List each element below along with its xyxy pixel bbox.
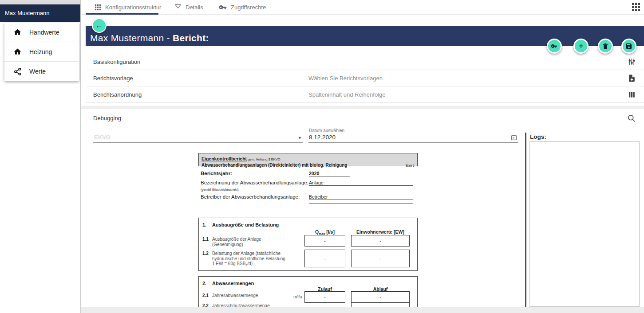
row-text: Ausbaugröße der Anlage(Genehmigung) <box>212 237 261 247</box>
key-icon <box>551 43 558 50</box>
date-field-label: Datum auswählen <box>309 128 344 133</box>
config-row-basiskonfiguration[interactable]: Basiskonfiguration <box>86 54 644 70</box>
logs-label: Logs: <box>530 133 546 140</box>
sidebar-user-header: Max Mustermann <box>0 4 80 22</box>
row-number: 1.1 <box>202 237 209 242</box>
section-title: Abwassermengen <box>212 281 254 286</box>
section-title: Ausbaugröße und Belastung <box>212 222 279 227</box>
home-icon <box>13 47 22 56</box>
row-number: 1.2 <box>202 251 209 256</box>
section-number: 1. <box>202 222 206 227</box>
field-value-anlage: Anlage <box>309 180 413 186</box>
sidebar: Max Mustermann Handwerte Heizung <box>0 0 81 313</box>
sidebar-item-handwerte[interactable]: Handwerte <box>4 23 79 42</box>
date-picker-field[interactable]: Datum auswählen 8.12.2020 <box>308 128 518 143</box>
search-icon[interactable] <box>627 114 636 123</box>
tab-label: Konfigurationsstruktur <box>105 4 161 11</box>
value-cell: - <box>351 250 410 267</box>
tab-zugriffsrechte[interactable]: Zugriffsrechte <box>219 0 266 14</box>
horizontal-scrollbar-track[interactable] <box>81 307 644 313</box>
vertical-divider <box>525 133 526 307</box>
value-cell: - <box>351 291 410 303</box>
tab-label: Details <box>186 4 203 11</box>
report-header-box: Eigenkontrollbericht gem. Anhang 3 EKVO … <box>198 153 418 166</box>
chevron-down-icon[interactable]: ▼ <box>298 136 302 140</box>
sidebar-item-label: Handwerte <box>29 29 59 36</box>
row-label: Berichtsanordnung <box>93 86 142 103</box>
row-text: Jahresabwassermenge <box>212 293 258 298</box>
save-icon <box>625 43 632 50</box>
back-button[interactable]: ← <box>92 18 107 33</box>
columns-icon[interactable] <box>628 90 636 99</box>
report-section-1: 1. Ausbaugröße und Belastung Qmax [l/s] … <box>198 218 418 271</box>
sidebar-item-label: Heizung <box>29 48 52 55</box>
unit-label: m³/a <box>281 294 302 299</box>
field-value-berichtsjahr: 2020 <box>309 171 350 176</box>
back-arrow-icon: ← <box>95 21 103 30</box>
section-divider <box>81 106 644 109</box>
tab-bar: Konfigurationsstruktur Details Zugriffsr… <box>81 0 644 15</box>
filter-icon <box>174 4 182 10</box>
row-value: Spalteninhalt und Reihenfolge <box>308 86 385 103</box>
note-add-icon[interactable] <box>628 74 636 82</box>
select-value: EKVO <box>94 134 111 141</box>
sidebar-item-werte[interactable]: Werte <box>4 62 79 81</box>
config-row-berichtsanordnung[interactable]: Berichtsanordnung Spalteninhalt und Reih… <box>86 86 644 103</box>
sheet-number: Blatt 1 <box>406 164 415 167</box>
config-row-list: Basiskonfiguration Berichtsvorlage Wähle… <box>86 54 644 103</box>
value-cell: - <box>304 250 345 267</box>
value-cell: - <box>304 235 345 246</box>
active-tab-underline <box>86 13 158 15</box>
report-header-line1: Eigenkontrollbericht gem. Anhang 3 EKVO <box>201 154 415 162</box>
tab-label: Zugriffsrechte <box>231 4 266 11</box>
report-type-select[interactable]: EKVO ▼ <box>93 133 303 143</box>
field-sublabel: (gemäß Erlaubnisbescheid) <box>201 188 239 191</box>
section-number: 2. <box>202 281 206 286</box>
field-label: Betreiber der Abwasserbehandlungsanlage: <box>201 194 300 200</box>
grid-icon <box>95 4 101 11</box>
sidebar-item-heizung[interactable]: Heizung <box>4 42 79 62</box>
row-value: Wählen Sie Berichtsvorlagen <box>308 70 383 86</box>
field-label: Berichtsjahr: <box>201 171 232 176</box>
tab-details[interactable]: Details <box>174 0 203 14</box>
trash-icon <box>602 43 609 50</box>
logs-output-box <box>529 141 640 307</box>
column-header-qmax: Qmax [l/s] <box>304 229 345 235</box>
tab-konfigurationsstruktur[interactable]: Konfigurationsstruktur <box>95 0 161 14</box>
key-button[interactable] <box>547 39 562 54</box>
share-icon <box>13 67 22 76</box>
field-value-betreiber: Betreiber <box>309 194 413 200</box>
sidebar-item-label: Werte <box>29 68 46 75</box>
delete-button[interactable] <box>598 39 613 54</box>
column-header-ew: Einwohnerwerte [EW] <box>351 229 410 235</box>
config-row-berichtsvorlage[interactable]: Berichtsvorlage Wählen Sie Berichtsvorla… <box>86 70 644 86</box>
empty-field-line <box>309 203 413 204</box>
value-cell: - <box>304 291 345 303</box>
apps-grid-icon[interactable] <box>632 3 640 11</box>
calendar-icon[interactable] <box>511 134 517 141</box>
sidebar-menu: Handwerte Heizung Werte <box>4 23 79 81</box>
row-text: Belastung der Anlage (tatsächlichehydrau… <box>212 251 285 266</box>
add-button[interactable]: + <box>573 39 589 54</box>
row-label: Basiskonfiguration <box>93 54 140 70</box>
sliders-icon[interactable] <box>628 58 636 66</box>
report-header-line2: Abwasserbehandlungsanlagen (Direkteinlei… <box>201 163 415 168</box>
page-title: Max Mustermann - Bericht: <box>90 33 209 43</box>
home-icon <box>13 28 22 36</box>
app-window: Max Mustermann Handwerte Heizung <box>0 0 644 313</box>
sidebar-top-strip <box>0 0 80 4</box>
save-button[interactable] <box>621 39 636 54</box>
debugging-label: Debugging <box>93 115 121 121</box>
main-area: Konfigurationsstruktur Details Zugriffsr… <box>81 0 644 313</box>
date-field-value: 8.12.2020 <box>309 134 336 141</box>
plus-icon: + <box>578 42 584 51</box>
key-icon <box>219 4 227 10</box>
value-cell: - <box>351 235 410 246</box>
row-label: Berichtsvorlage <box>93 70 133 86</box>
row-number: 2.1 <box>202 293 209 298</box>
